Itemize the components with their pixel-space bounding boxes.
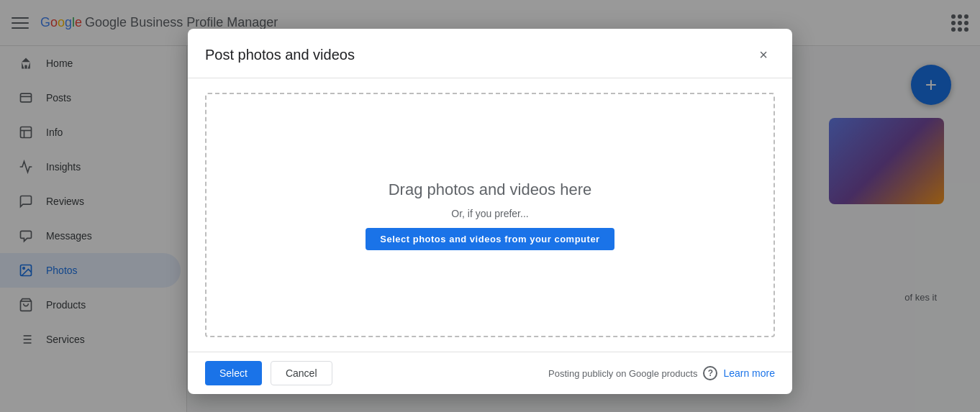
footer-actions: Select Cancel (205, 361, 332, 385)
cancel-button[interactable]: Cancel (271, 361, 332, 385)
drop-zone[interactable]: Drag photos and videos here Or, if you p… (205, 93, 775, 337)
modal-header: Post photos and videos × (188, 29, 792, 78)
post-photos-modal: Post photos and videos × Drag photos and… (188, 29, 792, 394)
info-circle-icon[interactable]: ? (703, 366, 717, 380)
footer-info: Posting publicly on Google products ? Le… (548, 366, 775, 380)
drop-zone-subtitle: Or, if you prefer... (451, 208, 528, 219)
select-files-button[interactable]: Select photos and videos from your compu… (366, 228, 614, 250)
modal-close-button[interactable]: × (752, 43, 775, 66)
modal-overlay: Post photos and videos × Drag photos and… (0, 0, 980, 412)
modal-title: Post photos and videos (205, 47, 355, 63)
drop-zone-title: Drag photos and videos here (389, 180, 592, 199)
select-button[interactable]: Select (205, 361, 262, 385)
posting-info-text: Posting publicly on Google products (548, 368, 697, 379)
learn-more-link[interactable]: Learn more (723, 367, 775, 379)
modal-footer: Select Cancel Posting publicly on Google… (188, 352, 792, 394)
